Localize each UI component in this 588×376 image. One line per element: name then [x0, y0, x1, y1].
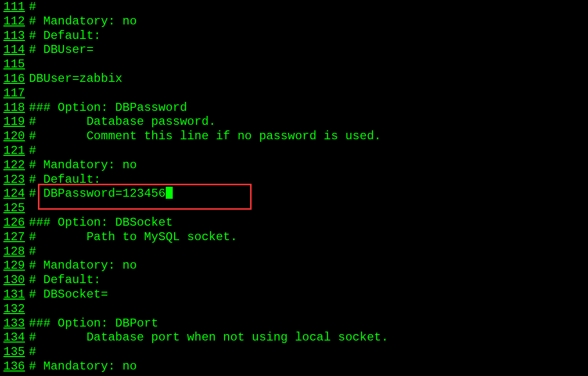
editor-line[interactable]: 131# DBSocket= — [0, 288, 588, 302]
line-number: 123 — [0, 173, 29, 187]
line-number: 135 — [0, 345, 29, 360]
line-content: ### Option: DBSocket — [29, 216, 173, 230]
line-number: 132 — [0, 302, 29, 317]
line-number: 121 — [0, 144, 29, 158]
line-number: 124 — [0, 187, 29, 201]
line-content: # Database password. — [29, 115, 216, 129]
line-content: # — [29, 345, 36, 360]
editor-line[interactable]: 129# Mandatory: no — [0, 259, 588, 273]
editor-line[interactable]: 135# — [0, 345, 588, 360]
line-number: 120 — [0, 129, 29, 144]
editor-line[interactable]: 134# Database port when not using local … — [0, 331, 588, 345]
line-content: # Mandatory: no — [29, 158, 137, 173]
editor-line[interactable]: 112# Mandatory: no — [0, 14, 588, 29]
line-number: 119 — [0, 115, 29, 129]
line-content: # DBSocket= — [29, 288, 108, 302]
line-number: 117 — [0, 86, 29, 101]
line-number: 126 — [0, 216, 29, 230]
editor-line[interactable]: 128# — [0, 245, 588, 259]
line-content: # Database port when not using local soc… — [29, 331, 388, 345]
line-number: 127 — [0, 230, 29, 245]
line-number: 134 — [0, 331, 29, 345]
line-content: # DBUser= — [29, 43, 94, 57]
editor-line[interactable]: 130# Default: — [0, 273, 588, 288]
line-number: 129 — [0, 259, 29, 273]
line-number: 111 — [0, 0, 29, 14]
line-number: 115 — [0, 57, 29, 72]
line-number: 114 — [0, 43, 29, 57]
editor-line[interactable]: 111# — [0, 0, 588, 14]
line-content: # — [29, 144, 36, 158]
editor-line[interactable]: 113# Default: — [0, 29, 588, 43]
line-content: # — [29, 0, 36, 14]
line-content: # DBPassword=123456 — [29, 187, 166, 201]
editor-line[interactable]: 119# Database password. — [0, 115, 588, 129]
editor-line[interactable]: 132 — [0, 302, 588, 317]
line-content: # — [29, 245, 36, 259]
line-content: ### Option: DBPassword — [29, 101, 187, 115]
editor-line[interactable]: 118### Option: DBPassword — [0, 101, 588, 115]
line-number: 136 — [0, 360, 29, 374]
line-content: # Comment this line if no password is us… — [29, 129, 381, 144]
editor-line[interactable]: 115 — [0, 57, 588, 72]
line-content: # Default: — [29, 273, 101, 288]
line-number: 113 — [0, 29, 29, 43]
line-content: DBUser=zabbix — [29, 72, 122, 86]
editor-line[interactable]: 122# Mandatory: no — [0, 158, 588, 173]
editor-line[interactable]: 124# DBPassword=123456 — [0, 187, 588, 201]
editor-line[interactable]: 116DBUser=zabbix — [0, 72, 588, 86]
editor-line[interactable]: 136# Mandatory: no — [0, 360, 588, 374]
line-number: 122 — [0, 158, 29, 173]
line-number: 130 — [0, 273, 29, 288]
line-number: 128 — [0, 245, 29, 259]
editor-line[interactable]: 127# Path to MySQL socket. — [0, 230, 588, 245]
editor-line[interactable]: 120# Comment this line if no password is… — [0, 129, 588, 144]
line-number: 125 — [0, 201, 29, 216]
editor-line[interactable]: 126### Option: DBSocket — [0, 216, 588, 230]
line-content: # Mandatory: no — [29, 259, 137, 273]
line-content: # Default: — [29, 173, 101, 187]
editor-line[interactable]: 117 — [0, 86, 588, 101]
editor-line[interactable]: 123# Default: — [0, 173, 588, 187]
line-content: # Path to MySQL socket. — [29, 230, 238, 245]
editor-line[interactable]: 121# — [0, 144, 588, 158]
cursor-icon — [166, 187, 173, 199]
line-number: 118 — [0, 101, 29, 115]
editor-line[interactable]: 133### Option: DBPort — [0, 317, 588, 331]
line-number: 112 — [0, 14, 29, 29]
line-content: # Default: — [29, 29, 101, 43]
editor-line[interactable]: 125 — [0, 201, 588, 216]
line-content: # Mandatory: no — [29, 14, 137, 29]
line-number: 133 — [0, 317, 29, 331]
line-number: 131 — [0, 288, 29, 302]
line-content: # Mandatory: no — [29, 360, 137, 374]
line-number: 116 — [0, 72, 29, 86]
terminal-editor[interactable]: 111#112# Mandatory: no113# Default:114# … — [0, 0, 588, 374]
editor-line[interactable]: 114# DBUser= — [0, 43, 588, 57]
line-content: ### Option: DBPort — [29, 317, 158, 331]
